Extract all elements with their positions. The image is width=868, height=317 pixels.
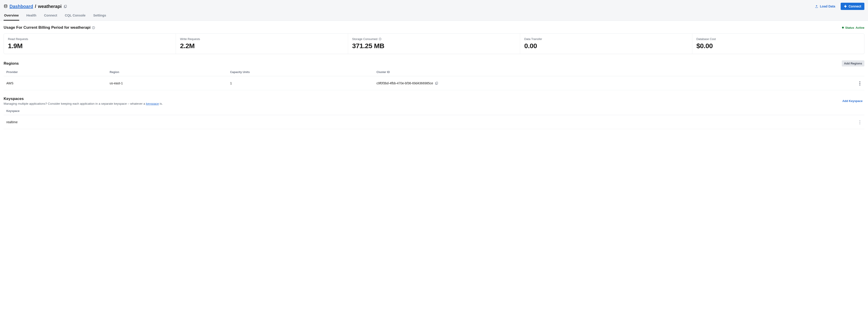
cell-cluster-id: c9f0f3bd-4fbb-470e-bf36-69d4366985ce	[374, 76, 854, 90]
content: Usage For Current Billing Period for wea…	[0, 21, 868, 138]
breadcrumb: Dashboard / weatherapi	[4, 4, 67, 9]
keyspaces-header: Keyspaces Managing multiple applications…	[4, 97, 864, 105]
cell-region: us-east-1	[107, 76, 227, 90]
keyspaces-sub-pre: Managing multiple applications? Consider…	[4, 102, 146, 105]
header-actions: Load Data Connect	[812, 3, 864, 10]
metric-label: Write Requests	[180, 37, 344, 41]
metric-label-text: Storage Consumed	[352, 37, 377, 41]
kebab-menu-icon[interactable]	[858, 80, 862, 87]
regions-table: Provider Region Capacity Units Cluster I…	[4, 68, 864, 90]
info-icon[interactable]	[92, 26, 95, 29]
metric-value: 1.9M	[8, 42, 172, 50]
top-bar: Dashboard / weatherapi Load Da	[0, 0, 868, 21]
breadcrumb-root-link[interactable]: Dashboard	[9, 4, 33, 9]
status-label: Status	[845, 26, 854, 29]
svg-point-0	[4, 5, 7, 6]
breadcrumb-separator: /	[35, 4, 36, 9]
col-region: Region	[107, 68, 227, 76]
copy-icon[interactable]	[435, 82, 438, 85]
usage-title: Usage For Current Billing Period for wea…	[4, 25, 95, 30]
breadcrumb-row: Dashboard / weatherapi Load Da	[4, 3, 864, 11]
keyspaces-title: Keyspaces	[4, 97, 163, 101]
usage-metrics-card: Read Requests 1.9M Write Requests 2.2M S…	[4, 33, 864, 54]
metric-read-requests: Read Requests 1.9M	[4, 34, 176, 54]
col-capacity-units: Capacity Units	[227, 68, 374, 76]
load-data-button[interactable]: Load Data	[812, 3, 838, 10]
regions-table-head: Provider Region Capacity Units Cluster I…	[4, 68, 864, 76]
keyspaces-sub-post: is.	[159, 102, 163, 105]
metric-database-cost: Database Cost $0.00	[692, 34, 864, 54]
keyspaces-table: Keyspace realtime	[4, 107, 864, 129]
metric-value: 0.00	[524, 42, 688, 50]
upload-icon	[815, 5, 818, 8]
metric-label: Data Transfer	[524, 37, 688, 41]
regions-title: Regions	[4, 61, 19, 66]
lightning-icon	[844, 5, 847, 8]
status-dot-icon	[842, 27, 844, 29]
keyspace-link[interactable]: keyspace	[146, 102, 159, 105]
metric-label: Storage Consumed	[352, 37, 516, 41]
tabs: Overview Health Connect CQL Console Sett…	[4, 11, 864, 21]
metric-value: $0.00	[696, 42, 860, 50]
tab-cql-console[interactable]: CQL Console	[64, 11, 86, 21]
cell-capacity-units: 1	[227, 76, 374, 90]
svg-rect-10	[436, 82, 438, 84]
svg-marker-3	[844, 5, 847, 8]
tab-connect[interactable]: Connect	[43, 11, 58, 21]
svg-rect-1	[65, 5, 66, 7]
metric-storage-consumed: Storage Consumed 371.25 MB	[348, 34, 520, 54]
copy-icon[interactable]	[64, 4, 67, 8]
metric-label: Read Requests	[8, 37, 172, 41]
metric-value: 371.25 MB	[352, 42, 516, 50]
cluster-id-value: c9f0f3bd-4fbb-470e-bf36-69d4366985ce	[376, 82, 433, 85]
regions-header: Regions Add Regions	[4, 60, 864, 66]
connect-button[interactable]: Connect	[841, 3, 864, 10]
kebab-menu-icon[interactable]	[858, 119, 862, 126]
add-regions-button[interactable]: Add Regions	[842, 60, 864, 66]
metric-write-requests: Write Requests 2.2M	[176, 34, 348, 54]
cell-provider: AWS	[4, 76, 107, 90]
database-icon	[4, 4, 8, 8]
tab-health[interactable]: Health	[26, 11, 37, 21]
tab-settings[interactable]: Settings	[93, 11, 106, 21]
col-actions	[854, 107, 864, 115]
table-row: realtime	[4, 115, 864, 129]
cell-actions	[854, 76, 864, 90]
keyspaces-subtitle: Managing multiple applications? Consider…	[4, 102, 163, 105]
cell-actions	[854, 115, 864, 129]
tab-overview[interactable]: Overview	[4, 11, 19, 21]
col-cluster-id: Cluster ID	[374, 68, 854, 76]
metric-value: 2.2M	[180, 42, 344, 50]
col-actions	[854, 68, 864, 76]
load-data-label: Load Data	[820, 4, 835, 8]
keyspaces-section: Keyspaces Managing multiple applications…	[4, 97, 864, 129]
col-provider: Provider	[4, 68, 107, 76]
status-value: Active	[856, 26, 864, 29]
usage-header: Usage For Current Billing Period for wea…	[4, 25, 864, 30]
cell-keyspace-name: realtime	[4, 115, 854, 129]
regions-section: Regions Add Regions Provider Region Capa…	[4, 60, 864, 90]
table-row: AWS us-east-1 1 c9f0f3bd-4fbb-470e-bf36-…	[4, 76, 864, 90]
breadcrumb-current: weatherapi	[38, 4, 61, 9]
status-chip: Status Active	[842, 26, 864, 29]
usage-title-text: Usage For Current Billing Period for wea…	[4, 25, 90, 30]
keyspaces-table-head: Keyspace	[4, 107, 864, 115]
col-keyspace: Keyspace	[4, 107, 854, 115]
metric-label: Database Cost	[696, 37, 860, 41]
info-icon[interactable]	[379, 37, 381, 40]
add-keyspace-button[interactable]: Add Keyspace	[840, 98, 864, 104]
metric-data-transfer: Data Transfer 0.00	[520, 34, 692, 54]
connect-label: Connect	[848, 4, 861, 8]
